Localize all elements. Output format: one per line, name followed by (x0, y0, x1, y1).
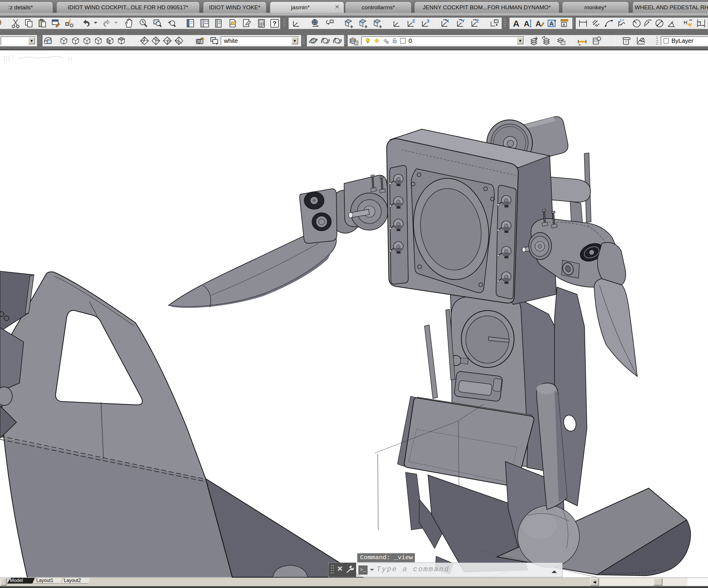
svg-text:Z: Z (476, 18, 479, 23)
svg-text:A: A (536, 19, 541, 28)
svg-text:Z: Z (412, 18, 415, 23)
svg-text:X: X (446, 18, 449, 23)
svg-text:Y: Y (462, 18, 465, 23)
svg-text:A: A (550, 20, 554, 27)
svg-text:A: A (524, 19, 530, 28)
svg-text:A: A (562, 23, 565, 27)
svg-text:3: 3 (427, 18, 429, 23)
svg-text:o x: o x (620, 18, 624, 22)
svg-text:A: A (513, 19, 520, 28)
svg-text:?: ? (272, 20, 276, 27)
svg-text:y: y (618, 20, 619, 23)
